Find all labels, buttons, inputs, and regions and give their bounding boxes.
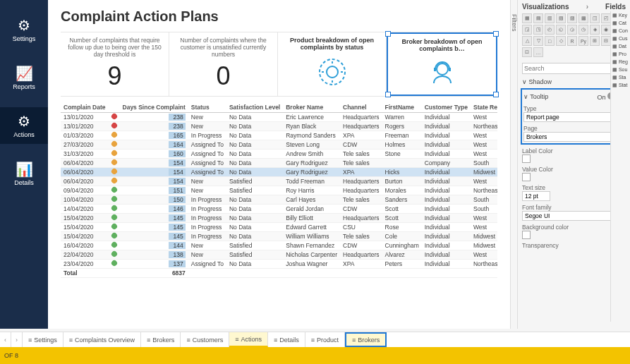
text-size-input[interactable]: [522, 191, 550, 201]
priority-icon: [110, 112, 118, 120]
table-row[interactable]: 15/04/2020145In ProgressNo DataEdward Ga…: [61, 223, 497, 232]
kpi-broker-breakdown[interactable]: Broker breakdown of open complaints b…: [387, 32, 497, 96]
column-header[interactable]: Status: [188, 102, 226, 113]
viz-type-button[interactable]: ⊟: [601, 36, 611, 46]
table-row[interactable]: 09/04/2020151NewSatisfiedRoy HarrisHeadq…: [61, 186, 497, 195]
viz-type-button[interactable]: ▧: [556, 13, 566, 23]
field-item[interactable]: ▦ Pro: [612, 51, 629, 57]
kpi-followup[interactable]: Number of complaints that require follow…: [61, 32, 169, 96]
table-row[interactable]: 22/04/2020138NewSatisfiedNicholas Carpen…: [61, 250, 497, 260]
table-row[interactable]: 23/04/2020137Assigned ToNo DataJoshua Wa…: [61, 260, 497, 269]
table-row[interactable]: 27/03/2020164Assigned ToNo DataSteven Lo…: [61, 140, 497, 150]
page-tab[interactable]: ≡Customers: [181, 332, 229, 347]
table-row[interactable]: 14/04/2020146In ProgressNo DataGerald Jo…: [61, 205, 497, 214]
table-row[interactable]: 06/04/2020154NewSatisfiedTodd FreemanHea…: [61, 177, 497, 186]
column-header[interactable]: Channel: [340, 102, 382, 113]
selection-handle[interactable]: [385, 92, 391, 97]
viz-type-button[interactable]: ▨: [567, 13, 577, 23]
table-row[interactable]: 15/04/2020145In ProgressNo DataWilliam W…: [61, 232, 497, 241]
column-header[interactable]: [109, 102, 120, 113]
viz-type-button[interactable]: ◲: [522, 25, 532, 35]
viz-type-button[interactable]: ▦: [522, 13, 532, 23]
viz-type-button[interactable]: △: [522, 36, 532, 46]
page-tab[interactable]: ≡Product: [305, 332, 345, 347]
table-row[interactable]: 06/04/2020154Assigned ToNo DataGary Rodr…: [61, 159, 497, 168]
tooltip-page-select[interactable]: [523, 132, 624, 142]
viz-type-button[interactable]: ⊞: [590, 36, 600, 46]
viz-type-button[interactable]: ◇: [556, 36, 566, 46]
viz-type-button[interactable]: ◈: [590, 25, 600, 35]
tab-scroll-right[interactable]: ›: [11, 332, 23, 347]
selection-handle[interactable]: [385, 31, 391, 37]
viz-type-button[interactable]: …: [533, 47, 543, 57]
table-row[interactable]: 31/03/2020160Assigned ToNo DataAndrew Sm…: [61, 150, 497, 159]
viz-type-button[interactable]: ◷: [578, 25, 588, 35]
field-item[interactable]: ▦ Dat: [612, 44, 629, 49]
column-header[interactable]: FirstName: [382, 102, 422, 113]
viz-type-button[interactable]: ▽: [533, 36, 543, 46]
viz-type-button[interactable]: ◉: [601, 25, 611, 35]
viz-type-button[interactable]: ◰: [601, 13, 611, 23]
kpi-product-breakdown[interactable]: Product breakdown of open complaints by …: [278, 32, 387, 96]
selection-handle[interactable]: [493, 92, 499, 97]
page-tab[interactable]: ≡Actions: [229, 332, 268, 347]
viz-type-button[interactable]: ◴: [545, 25, 555, 35]
column-header[interactable]: Broker Name: [283, 102, 340, 113]
page-tab[interactable]: ≡Brokers: [141, 332, 181, 347]
table-row[interactable]: 16/04/2020144NewSatisfiedShawn Fernandez…: [61, 241, 497, 250]
value-color-swatch[interactable]: [522, 173, 531, 181]
viz-type-button[interactable]: □: [545, 36, 555, 46]
page-tab[interactable]: ≡Settings: [23, 332, 63, 347]
viz-type-button[interactable]: ◶: [567, 25, 577, 35]
kpi-unsatisfied[interactable]: Number of complaints where the customer …: [169, 32, 278, 96]
fields-list[interactable]: ▦ Key▦ Cat▦ Con▦ Cus▦ Dat▦ Pro▦ Reg▦ Sou…: [610, 11, 630, 322]
viz-type-button[interactable]: ▤: [533, 13, 543, 23]
field-item[interactable]: ▦ Cat: [612, 20, 629, 26]
viz-type-button[interactable]: ◳: [533, 25, 543, 35]
viz-type-button[interactable]: ◫: [590, 13, 600, 23]
table-row[interactable]: 06/04/2020154Assigned ToNo DataGary Rodr…: [61, 168, 497, 177]
viz-type-button[interactable]: ▩: [578, 13, 588, 23]
filters-pane-collapsed[interactable]: Filters: [510, 0, 517, 329]
field-item[interactable]: ▦ Cus: [612, 36, 629, 42]
column-header[interactable]: Customer Type: [422, 102, 471, 113]
viz-type-button[interactable]: R: [567, 36, 577, 46]
page-tab[interactable]: ≡Brokers: [345, 332, 387, 347]
field-item[interactable]: ▦ Sou: [612, 67, 629, 73]
viz-type-button[interactable]: ◵: [556, 25, 566, 35]
viz-type-button[interactable]: ⊡: [522, 47, 532, 57]
sidebar-item-settings[interactable]: ⚙Settings: [0, 11, 48, 48]
sidebar-item-details[interactable]: 📊Details: [0, 155, 48, 192]
bg-color-swatch[interactable]: [522, 231, 531, 239]
table-row[interactable]: 10/04/2020150In ProgressNo DataCarl Haye…: [61, 195, 497, 205]
field-item[interactable]: ▦ Key: [612, 13, 629, 18]
page-tab[interactable]: ≡Details: [268, 332, 305, 347]
field-item[interactable]: ▦ Reg: [612, 59, 629, 65]
priority-icon: [110, 213, 118, 221]
field-item[interactable]: ▦ Sta: [612, 75, 629, 80]
column-header[interactable]: Satisfaction Level: [226, 102, 283, 113]
selection-handle[interactable]: [493, 31, 499, 37]
tab-icon: ≡: [28, 336, 32, 344]
label-color-swatch[interactable]: [522, 154, 531, 163]
table-row[interactable]: 13/01/2020238NewNo DataEric LawrenceHead…: [61, 113, 497, 122]
tooltip-type-select[interactable]: [523, 112, 624, 122]
sidebar-item-reports[interactable]: 📈Reports: [0, 59, 48, 96]
viz-type-button[interactable]: Py: [578, 36, 588, 46]
tab-scroll-left[interactable]: ‹: [0, 332, 11, 347]
priority-icon: [110, 140, 118, 147]
kpi-row: Number of complaints that require follow…: [61, 32, 497, 97]
column-header[interactable]: Days Since Complaint: [120, 102, 188, 113]
tab-icon: ≡: [147, 336, 150, 344]
column-header[interactable]: State Regions: [471, 102, 497, 113]
field-item[interactable]: ▦ Con: [612, 28, 629, 34]
viz-type-button[interactable]: ▥: [545, 13, 555, 23]
table-row[interactable]: 01/03/2020165In ProgressNo DataRaymond S…: [61, 131, 497, 140]
table-row[interactable]: 15/04/2020145In ProgressNo DataBilly Ell…: [61, 214, 497, 223]
complaints-table[interactable]: Complain DateDays Since ComplaintStatusS…: [61, 102, 497, 320]
sidebar-item-actions[interactable]: ⚙Actions: [0, 107, 48, 144]
column-header[interactable]: Complain Date: [61, 102, 109, 113]
field-item[interactable]: ▦ Stat: [612, 83, 629, 88]
page-tab[interactable]: ≡Complaints Overview: [63, 332, 141, 347]
table-row[interactable]: 13/01/2020238NewNo DataRyan BlackHeadqua…: [61, 122, 497, 131]
